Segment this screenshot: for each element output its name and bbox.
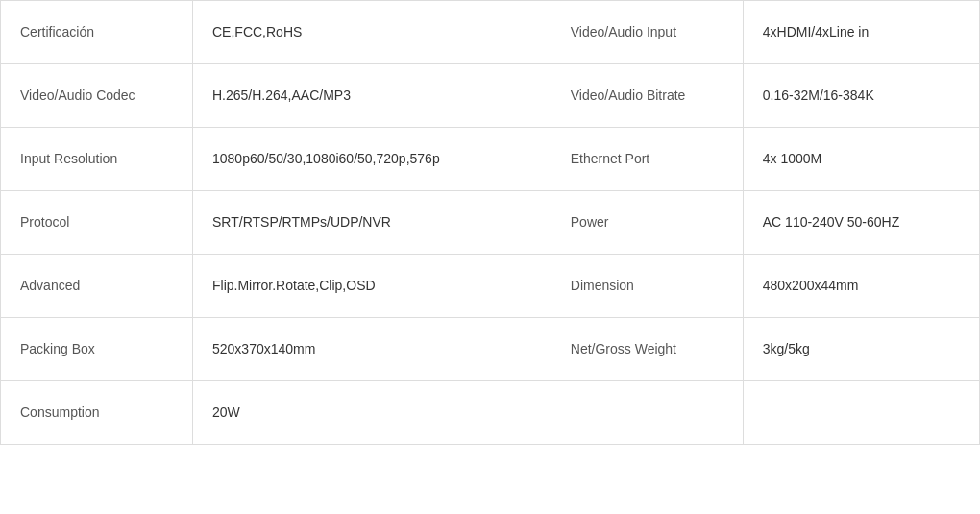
value-cell-4-right: 480x200x44mm <box>743 255 979 318</box>
label-cell-0-right: Video/Audio Input <box>551 1 743 64</box>
label-cell-3-right: Power <box>551 191 743 255</box>
label-cell-1-right: Video/Audio Bitrate <box>551 64 743 128</box>
label-cell-2-right: Ethernet Port <box>551 128 743 191</box>
label-cell-4-left: Advanced <box>1 255 193 318</box>
value-cell-0-left: CE,FCC,RoHS <box>193 1 551 64</box>
value-cell-1-left: H.265/H.264,AAC/MP3 <box>193 64 551 128</box>
value-cell-3-right: AC 110-240V 50-60HZ <box>743 191 979 255</box>
label-cell-5-right: Net/Gross Weight <box>551 318 743 381</box>
value-cell-5-right: 3kg/5kg <box>743 318 979 381</box>
value-cell-5-left: 520x370x140mm <box>193 318 551 381</box>
value-cell-3-left: SRT/RTSP/RTMPs/UDP/NVR <box>193 191 551 255</box>
label-cell-6-right <box>551 381 743 445</box>
value-cell-6-left: 20W <box>193 381 551 445</box>
label-cell-6-left: Consumption <box>1 381 193 445</box>
value-cell-6-right <box>743 381 979 445</box>
label-cell-1-left: Video/Audio Codec <box>1 64 193 128</box>
label-cell-4-right: Dimension <box>551 255 743 318</box>
label-cell-5-left: Packing Box <box>1 318 193 381</box>
label-cell-3-left: Protocol <box>1 191 193 255</box>
label-cell-2-left: Input Resolution <box>1 128 193 191</box>
value-cell-1-right: 0.16-32M/16-384K <box>743 64 979 128</box>
specs-table: CertificaciónCE,FCC,RoHSVideo/Audio Inpu… <box>0 0 980 445</box>
label-cell-0-left: Certificación <box>1 1 193 64</box>
value-cell-0-right: 4xHDMI/4xLine in <box>743 1 979 64</box>
value-cell-2-left: 1080p60/50/30,1080i60/50,720p,576p <box>193 128 551 191</box>
value-cell-2-right: 4x 1000M <box>743 128 979 191</box>
value-cell-4-left: Flip.Mirror.Rotate,Clip,OSD <box>193 255 551 318</box>
